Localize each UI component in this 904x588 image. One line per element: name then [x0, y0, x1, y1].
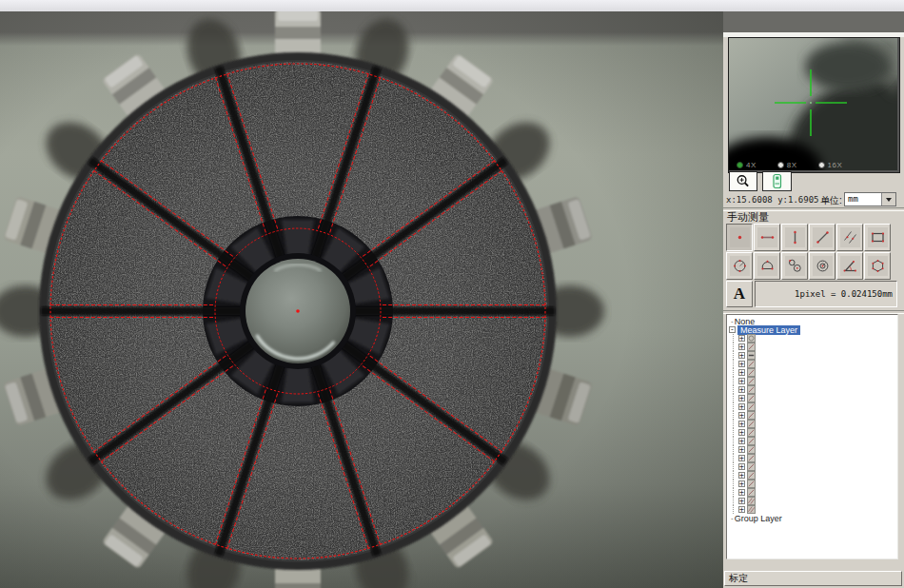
calibrate-button[interactable]: 标定 — [724, 571, 902, 586]
expand-box-icon[interactable]: + — [738, 446, 745, 453]
line-measure-icon — [747, 480, 756, 488]
line-measure-icon — [747, 445, 756, 454]
dropdown-arrow-button[interactable] — [881, 193, 895, 206]
tool-line-vertical-button[interactable] — [781, 224, 808, 251]
parallel-measure-icon — [747, 497, 756, 505]
text-annotation-button[interactable]: A — [726, 281, 753, 307]
expand-box-icon[interactable]: + — [738, 352, 745, 359]
expand-box-icon[interactable]: + — [738, 335, 745, 342]
tree-measurement-item[interactable]: + — [727, 360, 897, 368]
tree-item-group-layer[interactable]: - Group Layer — [727, 514, 897, 522]
tool-parallel-lines-button[interactable] — [836, 224, 863, 251]
tree-measurement-item[interactable]: + — [727, 480, 897, 488]
tree-item-measure-layer[interactable]: - Measure Layer — [727, 325, 897, 334]
expand-box-icon[interactable]: + — [738, 378, 745, 384]
tree-measurement-item[interactable]: + — [727, 471, 897, 480]
tree-measurement-item[interactable]: + — [727, 428, 897, 437]
tree-item-label: Measure Layer — [737, 325, 800, 335]
expand-box-icon[interactable]: + — [738, 403, 745, 410]
control-panel: 4X 8X 16X x:15.6008 y:1.6905 单位: mm 手动测量 — [723, 11, 904, 588]
expand-box-icon[interactable]: + — [738, 412, 745, 419]
expand-box-icon[interactable]: + — [738, 361, 745, 367]
rectangle-icon — [868, 227, 888, 247]
radio-label: 4X — [746, 161, 757, 169]
parallel-lines-icon — [840, 227, 860, 247]
expand-box-icon[interactable]: + — [738, 429, 745, 436]
tree-measurement-item[interactable]: + — [727, 394, 897, 402]
tool-concentric-circles-button[interactable] — [809, 252, 835, 280]
tree-measurement-item[interactable]: + — [727, 411, 897, 420]
expand-box-icon[interactable]: + — [738, 386, 745, 393]
tree-measurement-item[interactable]: + — [727, 377, 897, 385]
tool-circle-to-circle-button[interactable] — [781, 252, 808, 280]
zoom-button[interactable] — [729, 171, 757, 191]
expand-box-icon[interactable]: + — [738, 438, 745, 444]
capture-button[interactable] — [762, 171, 792, 191]
line-measure-icon — [747, 437, 756, 445]
expand-box-icon[interactable]: + — [738, 489, 745, 496]
magnification-radio-16X[interactable]: 16X — [818, 161, 843, 169]
expand-box-icon[interactable]: + — [738, 463, 745, 470]
manual-measure-section-title: 手动测量 — [727, 210, 769, 225]
zoom-preview-image[interactable] — [729, 38, 897, 170]
tree-measurement-item[interactable]: + — [727, 437, 897, 445]
tree-measurement-item[interactable]: + — [727, 334, 897, 343]
app-window: { "window": { "title": "" }, "preview": … — [0, 0, 904, 588]
line-measure-icon — [747, 471, 756, 480]
tree-measurement-item[interactable]: + — [727, 497, 897, 505]
tool-point-button[interactable] — [726, 224, 753, 251]
tool-rectangle-button[interactable] — [864, 224, 891, 251]
tree-guide-line — [733, 334, 735, 343]
tree-measurement-item[interactable]: + — [727, 445, 897, 454]
tree-connector: - — [731, 514, 734, 522]
tree-measurement-item[interactable]: + — [727, 402, 897, 411]
tree-guide-line — [733, 497, 735, 505]
expand-box-icon[interactable]: + — [738, 421, 745, 427]
magnifier-plus-icon — [736, 173, 751, 189]
line-measure-icon — [747, 377, 756, 385]
pixel-scale-readout: 1pixel = 0.024150mm — [755, 281, 897, 307]
expand-box-icon[interactable]: + — [738, 506, 745, 513]
expand-box-icon[interactable]: + — [738, 455, 745, 461]
magnification-radio-4X[interactable]: 4X — [737, 161, 757, 169]
expand-box-icon[interactable]: + — [738, 369, 745, 376]
tree-guide-line — [733, 394, 735, 402]
line-measure-icon — [747, 385, 756, 394]
expand-box-icon[interactable]: + — [738, 472, 745, 479]
tree-measurement-item[interactable]: + — [727, 420, 897, 428]
angle-icon — [840, 256, 860, 276]
tool-circle-button[interactable] — [726, 252, 753, 280]
line-diagonal-icon — [813, 227, 833, 247]
tree-measurement-item[interactable]: + — [727, 454, 897, 462]
tree-measurement-item[interactable]: + — [727, 351, 897, 360]
tree-measurement-item[interactable]: + — [727, 462, 897, 471]
unit-dropdown[interactable]: mm — [844, 192, 896, 206]
tree-item-label: Group Layer — [735, 514, 782, 523]
tree-measurement-item[interactable]: + — [727, 343, 897, 351]
tree-measurement-item[interactable]: + — [727, 368, 897, 377]
rotor-slot — [351, 307, 555, 316]
capture-device-icon — [770, 173, 784, 189]
tree-measurement-item[interactable]: + — [727, 385, 897, 394]
expand-box-icon[interactable]: + — [738, 395, 745, 402]
tool-line-diagonal-button[interactable] — [809, 224, 835, 251]
camera-viewport[interactable] — [0, 11, 723, 588]
tree-guide-line — [733, 411, 735, 420]
tool-polygon-button[interactable] — [864, 252, 891, 280]
circle-measure-icon — [747, 334, 756, 343]
point-icon — [730, 227, 750, 247]
tree-guide-line — [733, 351, 735, 360]
tree-guide-line — [733, 360, 735, 368]
collapse-box-icon[interactable]: - — [729, 326, 736, 333]
tool-line-horizontal-button[interactable] — [754, 224, 780, 251]
unit-label: 单位: — [820, 194, 842, 207]
tool-angle-button[interactable] — [836, 252, 863, 280]
red-center-point[interactable] — [296, 309, 300, 313]
expand-box-icon[interactable]: + — [738, 480, 745, 487]
expand-box-icon[interactable]: + — [738, 343, 745, 350]
expand-box-icon[interactable]: + — [738, 498, 745, 504]
magnification-radio-8X[interactable]: 8X — [777, 161, 797, 169]
tree-measurement-item[interactable]: + — [727, 488, 897, 497]
panel-top-strip — [723, 11, 904, 32]
tool-arc-button[interactable] — [754, 252, 780, 280]
